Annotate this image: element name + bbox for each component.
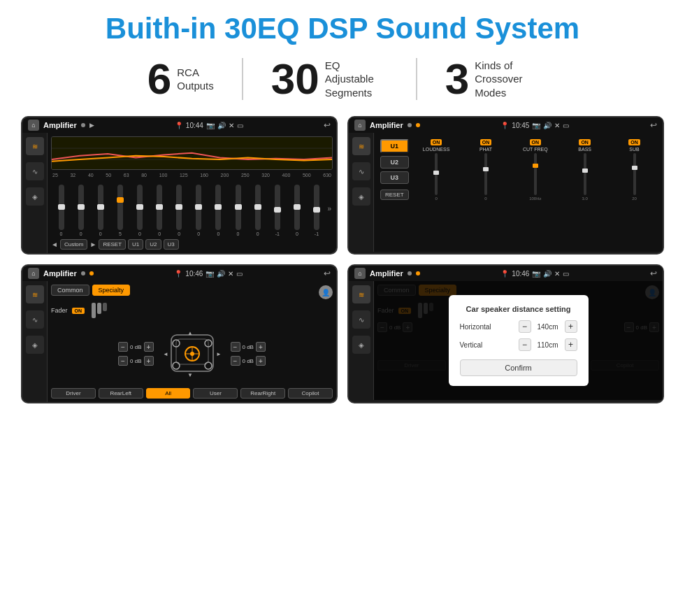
- sub-col: ON SUB 20: [611, 139, 658, 245]
- vertical-plus[interactable]: +: [565, 338, 577, 351]
- db-minus-fr[interactable]: −: [231, 342, 240, 352]
- db-minus-fl[interactable]: −: [118, 342, 128, 352]
- slider-col-7[interactable]: 0: [190, 185, 208, 236]
- sidebar-1: ≋ ∿ ◈: [22, 133, 48, 253]
- fader-label-3: Fader: [51, 307, 68, 314]
- slider-col-9[interactable]: 0: [229, 185, 247, 236]
- fader-bar-3: [103, 303, 107, 311]
- db-minus-rr[interactable]: −: [231, 356, 240, 366]
- specialty-tab-3[interactable]: Specialty: [92, 285, 131, 296]
- horizontal-plus[interactable]: +: [565, 320, 577, 333]
- back-icon-1[interactable]: ↩: [324, 120, 331, 130]
- db-plus-fl[interactable]: +: [144, 342, 154, 352]
- confirm-button[interactable]: Confirm: [460, 359, 577, 376]
- horizontal-control: − 140cm +: [519, 320, 577, 333]
- fader-main: Common Specialty 👤 Fader ON: [48, 281, 336, 402]
- app-title-4: Amplifier: [370, 269, 403, 278]
- sidebar-wave-btn-4[interactable]: ∿: [352, 310, 370, 329]
- car-screen-2: ⌂ Amplifier 📍 10:45 📷 🔊 ✕ ▭ ↩: [349, 117, 663, 252]
- location-icon-4: 📍: [500, 270, 509, 278]
- slider-col-10[interactable]: 0: [249, 185, 266, 236]
- slider-col-13[interactable]: -1: [308, 185, 325, 236]
- time-4: 10:46: [512, 270, 529, 278]
- home-icon-4[interactable]: ⌂: [354, 268, 366, 279]
- phat-on[interactable]: ON: [480, 139, 492, 145]
- db-plus-rl[interactable]: +: [144, 356, 154, 366]
- slider-col-1[interactable]: 0: [72, 185, 89, 236]
- sidebar-wave-btn-3[interactable]: ∿: [26, 310, 44, 329]
- back-icon-2[interactable]: ↩: [650, 120, 657, 130]
- sidebar-eq-btn-4[interactable]: ≋: [352, 285, 370, 303]
- user-btn-3[interactable]: User: [193, 388, 238, 399]
- custom-btn[interactable]: Custom: [60, 239, 88, 250]
- vertical-minus[interactable]: −: [519, 338, 531, 351]
- back-icon-3[interactable]: ↩: [324, 268, 331, 278]
- db-minus-rl[interactable]: −: [118, 356, 128, 366]
- slider-col-3[interactable]: 5: [111, 185, 129, 236]
- more-icon[interactable]: »: [328, 205, 332, 213]
- sidebar-speaker-btn-2[interactable]: ◈: [352, 187, 370, 206]
- cam-icon-2: 📷: [532, 122, 540, 129]
- time-2: 10:45: [512, 122, 529, 129]
- sidebar-wave-btn[interactable]: ∿: [26, 162, 44, 180]
- slider-col-5[interactable]: 0: [151, 185, 168, 236]
- bass-on[interactable]: ON: [579, 139, 591, 145]
- u2-preset[interactable]: U2: [380, 156, 409, 169]
- slider-col-2[interactable]: 0: [92, 185, 109, 236]
- app-title-3: Amplifier: [43, 269, 77, 278]
- sidebar-eq-btn-2[interactable]: ≋: [352, 137, 370, 155]
- sidebar-speaker-btn-4[interactable]: ◈: [352, 336, 370, 354]
- location-icon-1: 📍: [175, 122, 183, 129]
- sidebar-speaker-btn[interactable]: ◈: [26, 187, 44, 206]
- u1-btn-1[interactable]: U1: [128, 239, 143, 250]
- fader-on-badge-3[interactable]: ON: [72, 308, 85, 314]
- db-plus-fr[interactable]: +: [256, 342, 266, 352]
- car-screen-3: ⌂ Amplifier 📍 10:46 📷 🔊 ✕ ▭ ↩: [22, 266, 336, 402]
- loudness-on[interactable]: ON: [431, 139, 442, 145]
- screens-grid: ⌂ Amplifier ▶ 📍 10:44 📷 🔊 ✕ ▭ ↩: [21, 116, 664, 403]
- slider-col-12[interactable]: 0: [288, 185, 305, 236]
- sub-on[interactable]: ON: [628, 139, 640, 145]
- rearleft-btn-3[interactable]: RearLeft: [99, 388, 143, 399]
- time-1: 10:44: [186, 122, 203, 129]
- db-plus-rr[interactable]: +: [256, 356, 266, 366]
- sub-label: SUB: [629, 147, 639, 152]
- slider-col-0[interactable]: 0: [52, 185, 70, 236]
- stat-number-rca: 6: [147, 57, 171, 101]
- expand-icon-4: ▭: [563, 270, 569, 278]
- tab-row-3: Common Specialty: [51, 285, 130, 296]
- back-icon-4[interactable]: ↩: [650, 268, 657, 278]
- u3-preset[interactable]: U3: [380, 171, 409, 184]
- reset-btn-2[interactable]: RESET: [380, 189, 409, 200]
- horizontal-minus[interactable]: −: [519, 320, 531, 333]
- rearright-btn-3[interactable]: RearRight: [240, 388, 285, 399]
- next-btn[interactable]: ►: [89, 241, 96, 248]
- cutfreq-on[interactable]: ON: [530, 139, 542, 145]
- cutfreq-slider: [526, 153, 545, 195]
- reset-btn-1[interactable]: RESET: [99, 239, 126, 250]
- sidebar-eq-btn-3[interactable]: ≋: [26, 285, 44, 303]
- copilot-btn-3[interactable]: Copilot: [288, 388, 333, 399]
- bass-val: 3.0: [582, 196, 588, 201]
- slider-col-6[interactable]: 0: [171, 185, 188, 236]
- all-btn-3[interactable]: All: [146, 388, 191, 399]
- sidebar-wave-btn-2[interactable]: ∿: [352, 162, 370, 180]
- driver-btn-3[interactable]: Driver: [51, 388, 96, 399]
- u3-btn-1[interactable]: U3: [164, 239, 179, 250]
- screen-body-2: ≋ ∿ ◈ U1 U2 U3 RESET: [349, 133, 663, 252]
- profile-icon-3[interactable]: 👤: [319, 285, 333, 299]
- home-icon-2[interactable]: ⌂: [354, 120, 366, 131]
- slider-col-8[interactable]: 0: [210, 185, 227, 236]
- home-icon-3[interactable]: ⌂: [28, 268, 39, 279]
- right-speakers: − 0 dB + − 0 dB +: [231, 342, 266, 366]
- slider-col-4[interactable]: 0: [131, 185, 148, 236]
- u1-preset[interactable]: U1: [380, 139, 409, 153]
- home-icon-1[interactable]: ⌂: [28, 120, 39, 131]
- sidebar-eq-btn[interactable]: ≋: [26, 137, 44, 155]
- horizontal-row: Horizontal − 140cm +: [460, 320, 577, 333]
- slider-col-11[interactable]: -1: [268, 185, 286, 236]
- u2-btn-1[interactable]: U2: [145, 239, 161, 250]
- common-tab-3[interactable]: Common: [51, 285, 89, 296]
- sidebar-speaker-btn-3[interactable]: ◈: [26, 336, 44, 354]
- prev-btn[interactable]: ◄: [51, 241, 58, 248]
